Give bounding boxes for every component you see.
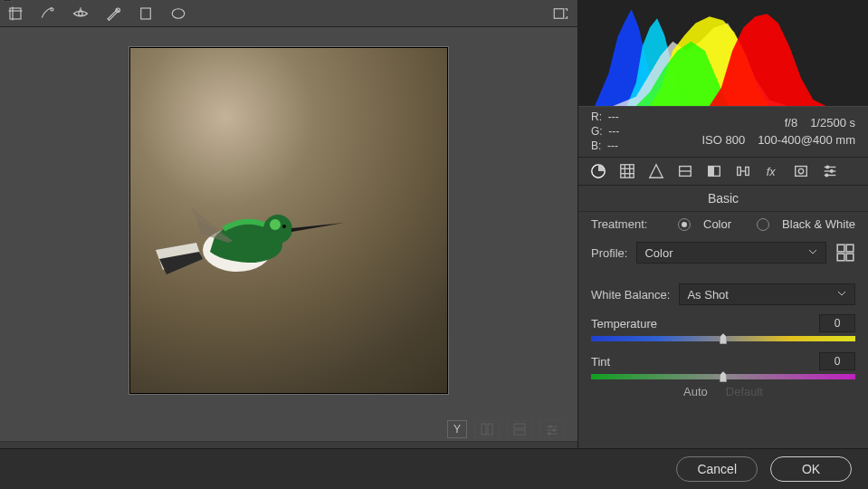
tone-curve-icon[interactable] xyxy=(618,162,636,180)
adjustment-brush-icon[interactable] xyxy=(103,4,123,24)
before-after-toggle[interactable]: Y xyxy=(447,420,467,438)
treatment-label: Treatment: xyxy=(591,217,647,231)
svg-rect-52 xyxy=(846,254,854,261)
main-canvas-area: Y xyxy=(0,0,577,448)
radial-filter-icon[interactable] xyxy=(168,4,188,24)
profile-browser-icon[interactable] xyxy=(835,243,855,263)
before-after-label: Y xyxy=(453,423,461,436)
svg-rect-50 xyxy=(846,244,854,252)
dialog-footer: Cancel OK xyxy=(0,448,868,489)
view-split-h-icon[interactable] xyxy=(474,420,500,438)
canvas-viewport xyxy=(0,27,577,417)
profile-row: Profile: Color xyxy=(578,236,868,269)
white-balance-value: As Shot xyxy=(687,288,729,302)
tint-label: Tint xyxy=(591,355,610,369)
svg-point-48 xyxy=(825,174,828,177)
svg-rect-0 xyxy=(10,8,21,19)
svg-rect-15 xyxy=(482,424,486,435)
view-settings-icon[interactable] xyxy=(539,420,565,438)
svg-marker-53 xyxy=(720,333,727,344)
r-label: R: xyxy=(591,110,602,123)
tint-slider[interactable] xyxy=(591,374,855,379)
profile-label: Profile: xyxy=(591,246,627,260)
r-value: --- xyxy=(608,110,619,123)
exposure-readout: f/81/2500 s ISO 800100-400@400 mm xyxy=(701,115,855,149)
treatment-bw-radio[interactable] xyxy=(757,218,769,231)
profile-select[interactable]: Color xyxy=(636,242,826,264)
default-button: Default xyxy=(726,385,763,398)
treatment-color-radio[interactable] xyxy=(678,218,691,231)
cancel-button[interactable]: Cancel xyxy=(676,456,758,482)
aperture-value: f/8 xyxy=(785,115,797,131)
tint-value[interactable]: 0 xyxy=(819,352,855,370)
svg-point-23 xyxy=(553,428,555,430)
chevron-down-icon xyxy=(807,246,818,260)
svg-point-24 xyxy=(548,432,550,434)
shutter-value: 1/2500 s xyxy=(810,115,855,131)
tint-knob[interactable] xyxy=(720,371,727,382)
svg-rect-8 xyxy=(141,8,151,19)
shadow-clip-indicator[interactable] xyxy=(2,0,13,5)
temperature-slider[interactable] xyxy=(591,336,855,341)
svg-point-22 xyxy=(549,425,551,427)
presets-icon[interactable] xyxy=(821,162,839,180)
calibration-icon[interactable] xyxy=(792,162,810,180)
svg-rect-36 xyxy=(709,167,714,177)
white-balance-row: White Balance: As Shot xyxy=(578,278,868,311)
svg-marker-54 xyxy=(720,371,727,382)
g-value: --- xyxy=(608,125,619,138)
svg-point-46 xyxy=(826,166,829,168)
optics-icon[interactable] xyxy=(734,162,752,180)
svg-rect-49 xyxy=(837,244,844,252)
temperature-value[interactable]: 0 xyxy=(819,314,855,332)
photo-hummingbird xyxy=(130,48,447,393)
svg-text:fx: fx xyxy=(767,166,776,178)
lens-value: 100-400@400 mm xyxy=(758,132,855,149)
image-canvas[interactable] xyxy=(129,47,448,394)
image-metadata: R: --- G: --- B: --- f/81/2500 s ISO 800… xyxy=(578,107,868,157)
svg-point-3 xyxy=(51,8,53,11)
b-label: B: xyxy=(591,139,601,152)
svg-marker-32 xyxy=(650,165,663,177)
detail-icon[interactable] xyxy=(647,162,665,180)
svg-rect-18 xyxy=(514,430,525,435)
panel-title: Basic xyxy=(578,186,868,212)
auto-button[interactable]: Auto xyxy=(683,385,708,398)
tool-toolbar xyxy=(0,0,577,27)
svg-rect-16 xyxy=(488,424,492,435)
basic-panel-icon[interactable] xyxy=(589,162,607,180)
hsl-icon[interactable] xyxy=(676,162,694,180)
iso-value: ISO 800 xyxy=(701,132,745,149)
temperature-knob[interactable] xyxy=(720,333,727,344)
histogram[interactable] xyxy=(578,0,868,107)
treatment-row: Treatment: Color Black & White xyxy=(578,212,868,236)
svg-rect-51 xyxy=(837,254,844,261)
graduated-filter-icon[interactable] xyxy=(136,4,156,24)
svg-rect-27 xyxy=(621,165,634,177)
svg-point-13 xyxy=(270,219,281,230)
tint-row: Tint 0 xyxy=(578,349,868,379)
svg-rect-17 xyxy=(514,424,525,428)
g-label: G: xyxy=(591,125,603,138)
expand-icon[interactable] xyxy=(550,4,570,24)
white-balance-select[interactable]: As Shot xyxy=(679,283,855,305)
ok-button[interactable]: OK xyxy=(770,456,852,482)
panel-tab-strip: fx xyxy=(578,157,868,186)
chevron-down-icon xyxy=(836,288,847,302)
effects-icon[interactable]: fx xyxy=(763,162,781,180)
color-grading-icon[interactable] xyxy=(705,162,723,180)
temperature-row: Temperature 0 xyxy=(578,311,868,341)
svg-point-9 xyxy=(172,8,185,18)
svg-point-42 xyxy=(798,168,803,173)
crop-icon[interactable] xyxy=(5,4,25,24)
temperature-label: Temperature xyxy=(591,317,657,331)
auto-default-row: Auto Default xyxy=(578,379,868,398)
b-value: --- xyxy=(607,139,618,152)
view-split-v-icon[interactable] xyxy=(507,420,532,438)
red-eye-icon[interactable] xyxy=(71,4,91,24)
spot-removal-icon[interactable] xyxy=(38,4,58,24)
svg-rect-41 xyxy=(796,167,807,177)
svg-marker-25 xyxy=(3,0,12,1)
svg-point-4 xyxy=(79,11,83,15)
profile-value: Color xyxy=(644,246,672,260)
